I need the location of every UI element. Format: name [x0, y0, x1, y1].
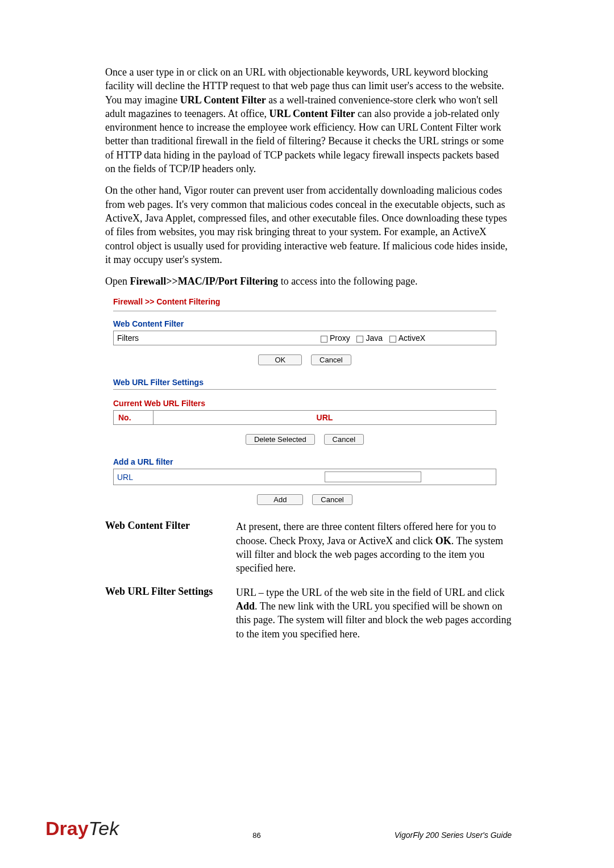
- url-input-row: URL: [113, 469, 496, 485]
- filters-options: Proxy Java ActiveX: [254, 333, 492, 343]
- p3-a: Open: [105, 276, 130, 287]
- col-no: No.: [114, 411, 154, 425]
- wcf-button-bar: OK Cancel: [113, 354, 496, 365]
- filters-label: Filters: [117, 333, 254, 343]
- url-list-button-bar: Delete Selected Cancel: [113, 434, 496, 445]
- p3-c: to access into the following page.: [278, 276, 417, 287]
- url-input[interactable]: [325, 471, 421, 482]
- web-url-filter-settings-head: Web URL Filter Settings: [113, 378, 496, 387]
- ok-button[interactable]: OK: [258, 354, 302, 365]
- logo-dray: Dray: [45, 817, 89, 839]
- desc-term-wufs: Web URL Filter Settings: [105, 586, 236, 641]
- web-content-filter-head: Web Content Filter: [113, 319, 496, 328]
- guide-title: VigorFly 200 Series User's Guide: [395, 831, 512, 840]
- page-number: 86: [252, 831, 260, 840]
- p1-bold1: URL Content Filter: [180, 94, 266, 106]
- page-footer: DrayTek 86 VigorFly 200 Series User's Gu…: [0, 817, 614, 840]
- logo-tek: Tek: [89, 817, 119, 839]
- desc-row-1: Web Content Filter At present, there are…: [105, 520, 512, 575]
- cancel-button-1[interactable]: Cancel: [311, 354, 351, 365]
- current-web-url-filters-head: Current Web URL Filters: [113, 399, 496, 408]
- desc-term-wcf: Web Content Filter: [105, 520, 236, 575]
- description-block: Web Content Filter At present, there are…: [105, 520, 512, 640]
- content-filtering-form: Firewall >> Content Filtering Web Conten…: [105, 296, 496, 505]
- paragraph-3: Open Firewall>>MAC/IP/Port Filtering to …: [105, 274, 512, 288]
- p3-b: Firewall>>MAC/IP/Port Filtering: [130, 276, 279, 287]
- activex-checkbox[interactable]: [389, 336, 396, 343]
- delete-selected-button[interactable]: Delete Selected: [246, 434, 315, 445]
- desc-row-2: Web URL Filter Settings URL – type the U…: [105, 586, 512, 641]
- paragraph-1: Once a user type in or click on an URL w…: [105, 65, 512, 176]
- cancel-button-3[interactable]: Cancel: [312, 494, 352, 505]
- filters-row: Filters Proxy Java ActiveX: [113, 331, 496, 345]
- proxy-checkbox[interactable]: [321, 336, 327, 343]
- java-label: Java: [366, 333, 383, 343]
- paragraph-2: On the other hand, Vigor router can prev…: [105, 183, 512, 266]
- desc-text-wcf: At present, there are three content filt…: [236, 520, 512, 575]
- add-url-button-bar: Add Cancel: [113, 494, 496, 505]
- activex-label: ActiveX: [399, 333, 425, 343]
- p1-bold2: URL Content Filter: [269, 108, 355, 119]
- add-url-filter-head: Add a URL filter: [113, 457, 496, 466]
- proxy-label: Proxy: [330, 333, 350, 343]
- url-input-label: URL: [117, 473, 254, 482]
- java-checkbox[interactable]: [356, 336, 363, 343]
- desc-text-wufs: URL – type the URL of the web site in th…: [236, 586, 512, 641]
- breadcrumb: Firewall >> Content Filtering: [113, 297, 496, 311]
- draytek-logo: DrayTek: [45, 817, 119, 840]
- add-button[interactable]: Add: [257, 494, 303, 505]
- cancel-button-2[interactable]: Cancel: [324, 434, 364, 445]
- url-filter-table: No. URL: [113, 410, 496, 425]
- col-url: URL: [154, 411, 496, 425]
